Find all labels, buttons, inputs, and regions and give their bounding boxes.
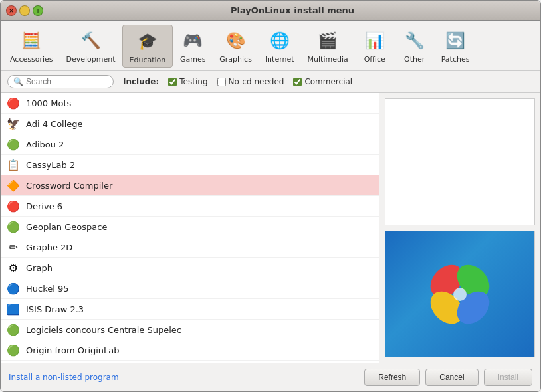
category-label-office: Office bbox=[364, 55, 385, 64]
category-item-education[interactable]: 🎓Education bbox=[122, 25, 173, 68]
category-label-other: Other bbox=[404, 55, 425, 64]
list-item[interactable]: 🔴1000 Mots bbox=[1, 93, 379, 114]
titlebar: × − + PlayOnLinux install menu bbox=[1, 1, 540, 21]
patches-icon: 🔄 bbox=[442, 27, 469, 54]
category-label-graphics: Graphics bbox=[219, 55, 252, 64]
app-name: Graphe 2D bbox=[26, 243, 72, 252]
nocd-filter[interactable]: No-cd needed bbox=[217, 77, 284, 86]
install-nonlisted-link[interactable]: Install a non-listed program bbox=[9, 373, 364, 382]
main-window: × − + PlayOnLinux install menu 🧮Accessor… bbox=[0, 0, 541, 392]
multimedia-icon: 🎬 bbox=[314, 27, 341, 54]
development-icon: 🔨 bbox=[78, 27, 104, 54]
commercial-filter[interactable]: Commercial bbox=[293, 77, 352, 86]
app-list: 🔴1000 Mots🦅Adi 4 College🟢Adibou 2📋CassyL… bbox=[1, 93, 379, 363]
app-name: CassyLab 2 bbox=[26, 160, 75, 170]
commercial-label: Commercial bbox=[304, 77, 352, 86]
app-name: ISIS Draw 2.3 bbox=[26, 304, 84, 314]
category-label-games: Games bbox=[180, 55, 205, 64]
testing-checkbox[interactable] bbox=[168, 78, 177, 86]
category-item-patches[interactable]: 🔄Patches bbox=[435, 25, 477, 68]
preview-bottom bbox=[385, 231, 535, 357]
commercial-checkbox[interactable] bbox=[293, 78, 302, 86]
category-label-multimedia: Multimedia bbox=[308, 55, 348, 64]
svg-point-4 bbox=[453, 288, 467, 301]
category-label-internet: Internet bbox=[265, 55, 294, 64]
list-item[interactable]: 📋CassyLab 2 bbox=[1, 155, 379, 175]
app-icon: 🟢 bbox=[6, 322, 21, 337]
category-label-development: Development bbox=[66, 55, 115, 64]
app-icon: 🔵 bbox=[6, 281, 21, 296]
minimize-button[interactable]: − bbox=[19, 5, 30, 16]
app-icon: 🦅 bbox=[6, 116, 21, 131]
app-icon: ✏️ bbox=[6, 240, 21, 254]
list-item[interactable]: 🔶Crossword Compiler bbox=[1, 175, 379, 196]
bottom-bar: Install a non-listed program Refresh Can… bbox=[1, 363, 540, 391]
list-item[interactable]: ⚙️Graph bbox=[1, 258, 379, 278]
search-input[interactable] bbox=[26, 77, 112, 86]
category-item-games[interactable]: 🎮Games bbox=[173, 25, 213, 68]
category-bar: 🧮Accessories🔨Development🎓Education🎮Games… bbox=[1, 21, 540, 71]
app-icon: 🟢 bbox=[6, 137, 21, 151]
list-item[interactable]: 🔴Derive 6 bbox=[1, 196, 379, 217]
other-icon: 🔧 bbox=[401, 27, 428, 54]
close-button[interactable]: × bbox=[6, 5, 17, 16]
list-item[interactable]: 🦅Adi 4 College bbox=[1, 114, 379, 134]
category-item-accessories[interactable]: 🧮Accessories bbox=[3, 25, 59, 68]
app-icon: 📋 bbox=[6, 157, 21, 172]
preview-panel bbox=[379, 93, 540, 363]
include-label: Include: bbox=[123, 77, 159, 86]
testing-filter[interactable]: Testing bbox=[168, 77, 207, 86]
content-area: 🧮Accessories🔨Development🎓Education🎮Games… bbox=[1, 21, 540, 391]
bottom-buttons: Refresh Cancel Install bbox=[364, 369, 532, 386]
list-item[interactable]: 🟢Geoplan Geospace bbox=[1, 217, 379, 237]
category-item-graphics[interactable]: 🎨Graphics bbox=[213, 25, 259, 68]
pol-logo bbox=[417, 251, 503, 338]
app-icon: 🟦 bbox=[6, 302, 21, 316]
accessories-icon: 🧮 bbox=[18, 27, 45, 54]
list-item[interactable]: 🟢Logiciels concours Centrale Supelec bbox=[1, 320, 379, 340]
list-item[interactable]: 🔵Huckel 95 bbox=[1, 278, 379, 299]
nocd-label: No-cd needed bbox=[229, 77, 284, 86]
category-label-accessories: Accessories bbox=[10, 55, 53, 64]
app-icon: 🔴 bbox=[6, 96, 21, 110]
app-name: Graph bbox=[26, 263, 53, 273]
preview-image bbox=[385, 231, 534, 357]
list-item[interactable]: 🟢Origin from OriginLab bbox=[1, 340, 379, 361]
category-item-multimedia[interactable]: 🎬Multimedia bbox=[301, 25, 355, 68]
search-icon: 🔍 bbox=[13, 77, 23, 86]
category-item-office[interactable]: 📊Office bbox=[355, 25, 395, 68]
testing-label: Testing bbox=[179, 77, 207, 86]
install-button[interactable]: Install bbox=[484, 369, 532, 386]
cancel-button[interactable]: Cancel bbox=[425, 369, 478, 386]
app-name: Adi 4 College bbox=[26, 119, 83, 129]
graphics-icon: 🎨 bbox=[223, 27, 249, 54]
app-list-container[interactable]: 🔴1000 Mots🦅Adi 4 College🟢Adibou 2📋CassyL… bbox=[1, 93, 379, 363]
app-name: Crossword Compiler bbox=[26, 181, 112, 191]
nocd-checkbox[interactable] bbox=[217, 78, 226, 86]
main-area: 🔴1000 Mots🦅Adi 4 College🟢Adibou 2📋CassyL… bbox=[1, 93, 540, 363]
list-item[interactable]: ✏️Graphe 2D bbox=[1, 237, 379, 258]
app-name: Logiciels concours Centrale Supelec bbox=[26, 325, 181, 335]
category-item-other[interactable]: 🔧Other bbox=[395, 25, 435, 68]
app-name: Huckel 95 bbox=[26, 284, 69, 294]
app-name: Derive 6 bbox=[26, 201, 62, 211]
search-box: 🔍 bbox=[7, 75, 114, 88]
category-item-internet[interactable]: 🌐Internet bbox=[259, 25, 301, 68]
internet-icon: 🌐 bbox=[267, 27, 293, 54]
app-icon: 🟢 bbox=[6, 343, 21, 357]
category-label-education: Education bbox=[130, 56, 166, 64]
window-title: PlayOnLinux install menu bbox=[50, 5, 535, 15]
list-item[interactable]: 🟢Adibou 2 bbox=[1, 134, 379, 155]
app-icon: ⚙️ bbox=[6, 260, 21, 275]
category-label-patches: Patches bbox=[441, 55, 470, 64]
titlebar-buttons: × − + bbox=[6, 5, 43, 16]
list-item[interactable]: 🟦ISIS Draw 2.3 bbox=[1, 299, 379, 320]
preview-top bbox=[385, 98, 535, 225]
games-icon: 🎮 bbox=[179, 27, 206, 54]
category-item-development[interactable]: 🔨Development bbox=[59, 25, 122, 68]
maximize-button[interactable]: + bbox=[33, 5, 43, 16]
app-icon: 🟢 bbox=[6, 219, 21, 234]
education-icon: 🎓 bbox=[134, 28, 161, 54]
refresh-button[interactable]: Refresh bbox=[364, 369, 420, 386]
filter-bar: 🔍 Include: Testing No-cd needed Commerci… bbox=[1, 71, 540, 93]
